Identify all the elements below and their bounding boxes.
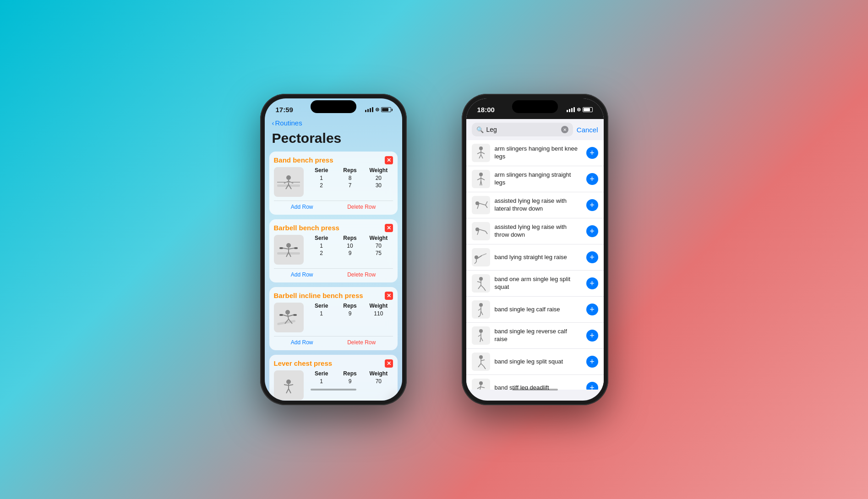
back-nav[interactable]: ‹ Routines [265,117,402,129]
card-delete-icon-4[interactable]: ✕ [385,359,393,368]
svg-line-52 [486,231,487,234]
search-item-assisted-lying-throw: assisted lying leg raise with throw down… [466,218,604,244]
search-clear-button[interactable]: ✕ [561,126,568,133]
th-reps-1: Reps [336,167,364,174]
svg-point-59 [479,277,483,281]
svg-line-67 [478,309,481,310]
svg-line-62 [478,285,481,289]
svg-line-74 [480,337,481,342]
svg-line-47 [486,201,487,205]
svg-line-69 [481,311,483,315]
search-item-image-9 [472,379,490,390]
svg-line-81 [484,366,486,369]
search-item-arm-slingers-straight: arm slingers hanging straight legs + [466,166,604,192]
td-weight-1-1: 20 [364,175,393,181]
svg-line-58 [475,262,476,264]
svg-line-48 [486,205,487,208]
wifi-icon-right: ⊜ [577,107,581,113]
add-exercise-btn-3[interactable]: + [586,225,598,237]
card-content-2: Serie Reps Weight 1 10 70 2 [274,235,393,265]
card-actions-2: Add Row Delete Row [274,268,393,278]
exercises-search-list[interactable]: arm slingers hanging bent knee legs + [466,140,604,390]
page-title-left: Pectorales [265,129,402,152]
add-exercise-btn-2[interactable]: + [586,199,598,211]
add-exercise-btn-1[interactable]: + [586,173,598,185]
add-exercise-btn-7[interactable]: + [586,330,598,342]
back-chevron-icon: ‹ [272,119,274,127]
status-bar-icons-left: ⊜ [365,107,391,113]
search-item-image-1 [472,170,490,188]
search-item-image-3 [472,222,490,240]
svg-line-85 [480,387,485,388]
card-delete-icon-2[interactable]: ✕ [385,224,393,232]
svg-point-39 [479,173,483,176]
search-item-image-6 [472,300,490,319]
svg-line-19 [288,315,289,319]
td-serie-2-2: 2 [307,250,336,256]
svg-line-63 [481,285,484,288]
add-exercise-btn-6[interactable]: + [586,304,598,315]
search-cancel-button[interactable]: Cancel [577,126,598,134]
svg-point-33 [479,146,483,150]
th-serie-1: Serie [307,167,336,174]
search-icon: 🔍 [476,126,484,133]
svg-line-21 [288,315,293,316]
exercises-list[interactable]: Band bench press ✕ [265,152,402,401]
add-exercise-btn-5[interactable]: + [586,277,598,289]
exercise-image-4 [274,370,304,400]
search-item-band-lying-straight: band lying straight leg raise + [466,244,604,271]
search-item-name-5: band one arm single leg split squat [495,276,582,291]
search-bar[interactable]: 🔍 Leg ✕ [472,123,573,136]
td-reps-2-2: 9 [336,250,364,256]
card-actions-1: Add Row Delete Row [274,201,393,210]
svg-line-38 [481,155,483,158]
exercise-image-2 [274,235,304,265]
phone-left: 17:59 ⊜ ‹ Routin [260,94,407,405]
th-serie-2: Serie [307,235,336,241]
card-header-2: Barbell bench press ✕ [274,224,393,232]
svg-line-37 [479,155,481,158]
svg-point-82 [479,381,483,385]
delete-row-btn-2[interactable]: Delete Row [347,271,376,278]
table-row-4-1: 1 9 70 [307,378,393,385]
td-reps-1-1: 8 [336,175,364,181]
card-header-4: Lever chest press ✕ [274,359,393,368]
svg-point-1 [286,175,291,180]
td-reps-2-1: 10 [336,243,364,249]
exercise-card-band-bench-press: Band bench press ✕ [269,152,398,215]
svg-point-76 [479,355,483,359]
add-exercise-btn-8[interactable]: + [586,356,598,368]
table-header-4: Serie Reps Weight [307,370,393,377]
delete-row-btn-3[interactable]: Delete Row [347,339,376,346]
table-header-1: Serie Reps Weight [307,167,393,174]
th-reps-3: Reps [336,303,364,309]
battery-fill-left [382,108,388,111]
add-exercise-btn-9[interactable]: + [586,382,598,390]
add-row-btn-3[interactable]: Add Row [291,339,313,346]
dynamic-island-left [311,100,356,113]
add-exercise-btn-4[interactable]: + [586,251,598,263]
td-weight-1-2: 30 [364,182,393,189]
th-weight-2: Weight [364,235,393,241]
add-exercise-btn-0[interactable]: + [586,147,598,159]
exercise-table-2: Serie Reps Weight 1 10 70 2 [307,235,393,257]
delete-row-btn-1[interactable]: Delete Row [347,204,376,210]
card-delete-icon-3[interactable]: ✕ [385,292,393,300]
card-delete-icon-1[interactable]: ✕ [385,156,393,164]
add-row-btn-1[interactable]: Add Row [291,204,313,210]
th-weight-3: Weight [364,303,393,309]
svg-point-9 [286,243,291,248]
search-item-image-7 [472,326,490,345]
td-serie-4-1: 1 [307,378,336,385]
search-item-name-4: band lying straight leg raise [495,254,582,261]
td-weight-2-1: 70 [364,243,393,249]
svg-rect-13 [279,247,283,249]
add-row-btn-2[interactable]: Add Row [291,271,313,278]
search-item-image-8 [472,353,490,371]
wifi-icon-left: ⊜ [375,107,379,113]
svg-line-35 [477,152,481,154]
card-header-3: Barbell incline bench press ✕ [274,292,393,300]
card-actions-3: Add Row Delete Row [274,336,393,346]
th-serie-3: Serie [307,303,336,309]
search-item-name-2: assisted lying leg raise with lateral th… [495,197,582,213]
